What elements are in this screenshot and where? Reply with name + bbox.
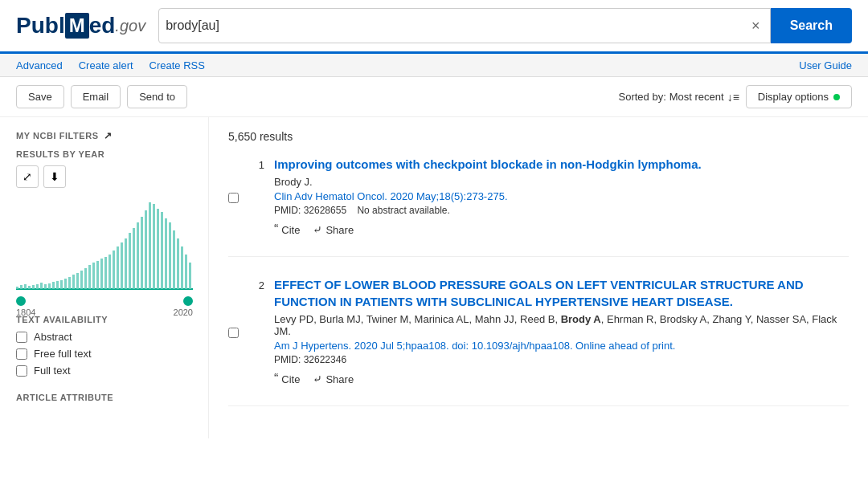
article-1-number: 1 — [248, 159, 264, 237]
article-2-checkbox[interactable] — [228, 279, 239, 386]
sidebar: MY NCBI FILTERS ↗ RESULTS BY YEAR ⤢ ⬇ — [0, 117, 209, 438]
svg-rect-20 — [92, 263, 95, 289]
abstract-checkbox[interactable] — [16, 332, 27, 343]
clear-search-button[interactable]: × — [748, 18, 764, 35]
chart-year-labels: 1804 2020 — [16, 308, 193, 317]
svg-rect-2 — [20, 285, 23, 289]
search-input[interactable] — [166, 18, 748, 33]
article-1-checkbox[interactable] — [228, 159, 239, 237]
text-availability-section: TEXT AVAILABILITY Abstract Free full tex… — [16, 315, 192, 377]
search-input-container: × — [158, 8, 770, 43]
article-1-meta: PMID: 32628655 No abstract available. — [274, 205, 849, 216]
free-full-text-checkbox[interactable] — [16, 348, 27, 360]
svg-rect-42 — [181, 246, 183, 289]
svg-rect-16 — [76, 273, 79, 289]
article-1-share-button[interactable]: ⤶ Share — [313, 223, 354, 236]
article-2-number: 2 — [248, 279, 264, 386]
search-button[interactable]: Search — [771, 8, 852, 43]
svg-rect-5 — [32, 285, 35, 289]
advanced-link[interactable]: Advanced — [16, 59, 63, 71]
display-options-button[interactable]: Display options — [746, 85, 852, 108]
header: PublMed.gov × Search — [0, 0, 868, 54]
send-to-button[interactable]: Send to — [127, 85, 187, 108]
article-2-share-button[interactable]: ⤶ Share — [313, 373, 354, 385]
svg-rect-17 — [80, 271, 83, 289]
end-year-dot[interactable] — [183, 296, 193, 306]
cite-quote-icon: “ — [274, 222, 278, 237]
user-guide-link[interactable]: User Guide — [799, 59, 852, 71]
svg-rect-24 — [108, 255, 111, 289]
user-guide-link-container: User Guide — [799, 59, 852, 71]
results-by-year-title: RESULTS BY YEAR — [16, 149, 192, 159]
article-1-body: Improving outcomes with checkpoint block… — [274, 156, 849, 237]
svg-rect-39 — [169, 222, 171, 289]
article-1-title[interactable]: Improving outcomes with checkpoint block… — [274, 156, 849, 173]
svg-rect-26 — [117, 246, 119, 289]
svg-rect-11 — [56, 281, 59, 289]
article-2-actions: “ Cite ⤶ Share — [274, 372, 849, 386]
svg-rect-44 — [189, 263, 191, 289]
create-alert-link[interactable]: Create alert — [79, 59, 133, 71]
chart-controls: ⤢ ⬇ — [16, 165, 192, 188]
article-1-actions: “ Cite ⤶ Share — [274, 222, 849, 237]
save-button[interactable]: Save — [16, 85, 64, 108]
svg-rect-23 — [104, 257, 107, 289]
svg-rect-19 — [88, 265, 91, 289]
email-button[interactable]: Email — [71, 85, 121, 108]
my-ncbi-filters-title: MY NCBI FILTERS ↗ — [16, 130, 192, 141]
results-content: 5,650 results 1 Improving outcomes with … — [209, 117, 868, 438]
svg-rect-7 — [40, 283, 43, 289]
sorted-by-text: Sorted by: — [618, 91, 665, 103]
year-end-label: 2020 — [174, 308, 193, 317]
logo-med: ed — [89, 13, 116, 39]
svg-rect-18 — [84, 268, 87, 289]
expand-icon: ⤢ — [23, 170, 32, 183]
filter-full-text: Full text — [16, 365, 192, 377]
article-1-journal: Clin Adv Hematol Oncol. 2020 May;18(5):2… — [274, 190, 849, 202]
create-rss-link[interactable]: Create RSS — [149, 59, 205, 71]
start-year-dot[interactable] — [16, 296, 26, 306]
article-2-share-label: Share — [326, 373, 354, 385]
bar-chart-svg — [16, 194, 193, 291]
svg-rect-25 — [113, 251, 115, 289]
article-2-authors-pre: Levy PD, Burla MJ, Twiner M, Marinica AL… — [274, 313, 561, 325]
article-1-pmid: PMID: 32628655 — [274, 205, 346, 216]
svg-rect-30 — [133, 228, 135, 289]
display-options-indicator — [833, 94, 840, 100]
article-card: 2 EFFECT OF LOWER BLOOD PRESSURE GOALS O… — [228, 276, 849, 406]
external-link-icon: ↗ — [104, 130, 113, 141]
article-2-title[interactable]: EFFECT OF LOWER BLOOD PRESSURE GOALS ON … — [274, 276, 849, 310]
filter-abstract: Abstract — [16, 331, 192, 343]
filter-free-full-text: Free full text — [16, 348, 192, 360]
svg-rect-10 — [52, 282, 55, 289]
svg-rect-21 — [96, 261, 99, 289]
svg-rect-6 — [36, 284, 39, 289]
sorted-by-value: Most recent — [669, 91, 724, 103]
svg-rect-27 — [121, 242, 123, 289]
download-icon: ⬇ — [50, 170, 59, 183]
svg-rect-13 — [64, 279, 67, 289]
full-text-checkbox[interactable] — [16, 365, 27, 377]
share-icon: ⤶ — [313, 373, 322, 385]
expand-chart-button[interactable]: ⤢ — [16, 165, 39, 188]
svg-rect-22 — [100, 259, 103, 289]
abstract-label: Abstract — [34, 331, 72, 343]
logo-gov: .gov — [115, 17, 145, 35]
svg-rect-9 — [48, 283, 51, 289]
svg-rect-8 — [44, 284, 47, 289]
article-2-cite-button[interactable]: “ Cite — [274, 372, 300, 386]
svg-rect-14 — [68, 277, 71, 289]
cite-quote-icon: “ — [274, 372, 278, 386]
article-attribute-title: ARTICLE ATTRIBUTE — [16, 393, 192, 402]
article-1-authors: Brody J. — [274, 176, 849, 188]
svg-rect-31 — [137, 222, 139, 289]
svg-rect-35 — [153, 204, 155, 289]
article-1-cite-button[interactable]: “ Cite — [274, 222, 300, 237]
svg-rect-28 — [125, 238, 127, 289]
article-1-no-abstract: No abstract available. — [357, 205, 449, 216]
display-options-label: Display options — [758, 91, 829, 103]
download-chart-button[interactable]: ⬇ — [43, 165, 66, 188]
sub-nav-links: Advanced Create alert Create RSS — [16, 59, 218, 71]
year-chart: 1804 2020 — [16, 194, 193, 299]
article-card: 1 Improving outcomes with checkpoint blo… — [228, 156, 849, 257]
